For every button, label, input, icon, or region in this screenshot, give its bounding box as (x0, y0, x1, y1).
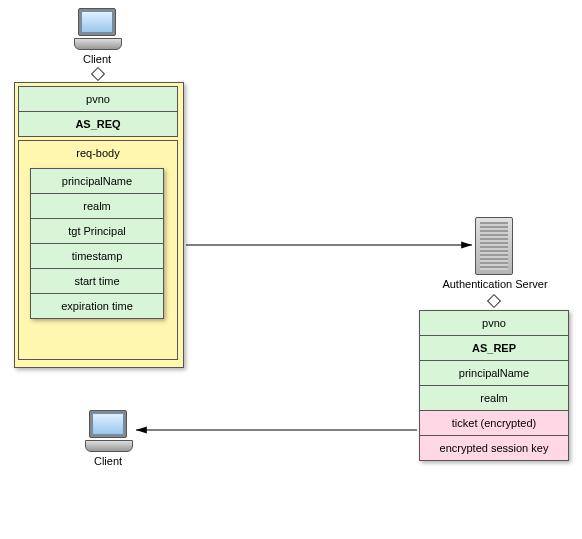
req-body-field: timestamp (30, 243, 164, 269)
response-group: pvnoAS_REPprincipalNamerealmticket (encr… (419, 310, 569, 461)
req-body-label: req-body (19, 141, 177, 165)
client-top-label: Client (60, 53, 134, 65)
client-bottom-label: Client (71, 455, 145, 467)
response-field: ticket (encrypted) (419, 410, 569, 436)
req-body-field: realm (30, 193, 164, 219)
response-field: AS_REP (419, 335, 569, 361)
req-pvno: pvno (18, 86, 178, 112)
response-field: pvno (419, 310, 569, 336)
req-body-field: start time (30, 268, 164, 294)
aggregation-diamond-server (487, 294, 501, 308)
client-laptop-icon-bottom (85, 410, 131, 452)
req-body-fields: principalNamerealmtgt Principaltimestamp… (30, 168, 164, 319)
response-field: principalName (419, 360, 569, 386)
req-body-field: expiration time (30, 293, 164, 319)
req-body-field: principalName (30, 168, 164, 194)
response-field: encrypted session key (419, 435, 569, 461)
server-icon (475, 217, 513, 275)
auth-server-label: Authentication Server (430, 278, 560, 290)
client-laptop-icon (74, 8, 120, 50)
response-field: realm (419, 385, 569, 411)
aggregation-diamond (91, 67, 105, 81)
req-msgtype: AS_REQ (18, 111, 178, 137)
req-body-field: tgt Principal (30, 218, 164, 244)
